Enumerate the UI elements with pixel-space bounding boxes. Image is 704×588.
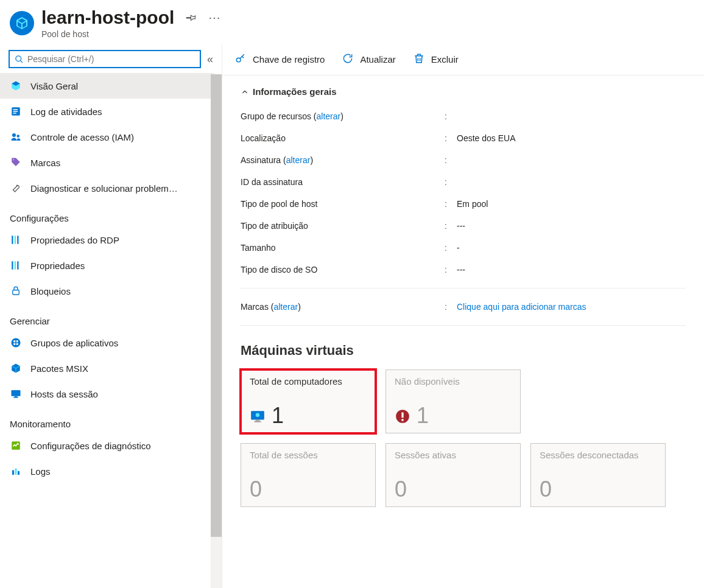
sidebar-item-rdp-properties[interactable]: Propriedades do RDP — [0, 227, 214, 253]
tile-label: Sessões ativas — [395, 450, 512, 460]
essentials-label: Tipo de pool de host — [241, 199, 445, 209]
error-icon — [395, 408, 409, 423]
tile-value: 0 — [395, 478, 407, 500]
tile-value: 0 — [540, 478, 552, 500]
svg-rect-16 — [13, 340, 15, 342]
search-icon — [15, 55, 24, 64]
svg-rect-17 — [16, 340, 18, 342]
tile-total-sessions[interactable]: Total de sessões 0 — [241, 443, 376, 507]
sidebar-item-label: Propriedades — [30, 261, 85, 271]
page-title: learn-host-pool — [41, 7, 174, 28]
page-header: learn-host-pool ⋯ Pool de host — [0, 0, 704, 44]
svg-point-31 — [256, 413, 260, 418]
svg-rect-9 — [15, 236, 16, 244]
sidebar-item-label: Bloqueios — [30, 286, 71, 296]
essentials-label: Marcas (alterar) — [241, 302, 445, 312]
sidebar: « Visão Geral Log de atividades — [0, 44, 222, 588]
svg-rect-19 — [16, 343, 18, 345]
svg-point-15 — [12, 338, 21, 348]
sidebar-item-label: Pacotes MSIX — [30, 363, 88, 374]
sidebar-item-label: Visão Geral — [30, 81, 78, 91]
svg-point-7 — [17, 135, 20, 138]
bars-icon — [10, 259, 22, 271]
essentials-label: Tamanho — [241, 243, 445, 253]
tile-value: 1 — [417, 405, 429, 427]
sidebar-item-session-hosts[interactable]: Hosts da sessão — [0, 381, 214, 407]
monitor-icon — [250, 408, 264, 423]
essentials-label: Grupo de recursos (alterar) — [241, 111, 445, 121]
svg-rect-4 — [13, 111, 18, 112]
registration-key-button[interactable]: Chave de registro — [234, 52, 325, 66]
pin-icon[interactable] — [185, 11, 197, 25]
sidebar-item-label: Propriedades do RDP — [30, 235, 119, 245]
tile-value: 0 — [250, 478, 262, 500]
svg-rect-5 — [13, 113, 16, 114]
sidebar-item-properties[interactable]: Propriedades — [0, 253, 214, 278]
svg-rect-8 — [12, 236, 13, 244]
svg-rect-14 — [13, 290, 19, 295]
sidebar-item-logs[interactable]: Logs — [0, 458, 214, 484]
sidebar-item-diagnostic-settings[interactable]: Configurações de diagnóstico — [0, 433, 214, 458]
tile-unavailable[interactable]: Não disponíveis 1 — [385, 369, 521, 433]
toolbar-label: Atualizar — [360, 54, 395, 65]
tile-label: Não disponíveis — [395, 376, 512, 387]
sidebar-item-tags[interactable]: Marcas — [0, 150, 214, 175]
sidebar-item-overview[interactable]: Visão Geral — [0, 73, 214, 99]
trash-icon — [413, 52, 425, 66]
tile-label: Sessões desconectadas — [540, 450, 656, 460]
essentials-title: Informações gerais — [253, 86, 337, 97]
change-link[interactable]: alterar — [286, 155, 311, 165]
toolbar-label: Excluir — [431, 54, 459, 65]
svg-rect-12 — [15, 261, 16, 270]
tag-icon — [10, 156, 22, 169]
svg-rect-13 — [17, 261, 18, 270]
essentials-value: - — [457, 243, 460, 253]
svg-point-0 — [16, 55, 21, 61]
sidebar-item-app-groups[interactable]: Grupos de aplicativos — [0, 330, 214, 355]
svg-point-6 — [12, 133, 16, 137]
change-link[interactable]: alterar — [317, 111, 341, 121]
grid-icon — [10, 337, 22, 349]
sidebar-item-activity-log[interactable]: Log de atividades — [0, 99, 214, 124]
main-content: Chave de registro Atualizar Excluir — [222, 44, 704, 588]
essentials-value: --- — [457, 221, 465, 231]
refresh-button[interactable]: Atualizar — [342, 52, 395, 66]
essentials-toggle[interactable]: Informações gerais — [241, 86, 686, 97]
sidebar-item-locks[interactable]: Bloqueios — [0, 278, 214, 304]
monitor-icon — [10, 388, 22, 400]
add-tags-link[interactable]: Clique aqui para adicionar marcas — [457, 302, 586, 312]
cube-icon — [10, 80, 22, 92]
scrollbar-thumb[interactable] — [211, 74, 222, 537]
hostpool-icon — [10, 11, 34, 35]
essentials-value: --- — [457, 265, 465, 275]
svg-rect-22 — [13, 397, 18, 398]
essentials-value: Em pool — [457, 199, 488, 209]
svg-rect-30 — [255, 421, 261, 422]
sidebar-item-label: Controle de acesso (IAM) — [30, 132, 134, 142]
change-link[interactable]: alterar — [273, 302, 298, 312]
more-icon[interactable]: ⋯ — [208, 10, 222, 25]
sidebar-item-label: Diagnosticar e solucionar problem… — [30, 183, 178, 194]
lock-icon — [10, 285, 22, 297]
sidebar-item-label: Hosts da sessão — [30, 389, 98, 399]
people-icon — [10, 131, 22, 143]
sidebar-scrollbar[interactable] — [211, 74, 222, 588]
tile-total-machines[interactable]: Total de computadores 1 — [241, 369, 376, 433]
search-box[interactable] — [9, 50, 201, 68]
toolbar-label: Chave de registro — [253, 54, 325, 65]
svg-line-1 — [20, 60, 23, 63]
collapse-sidebar-icon[interactable]: « — [207, 53, 213, 66]
delete-button[interactable]: Excluir — [413, 52, 459, 66]
sidebar-item-iam[interactable]: Controle de acesso (IAM) — [0, 124, 214, 150]
svg-rect-18 — [13, 343, 15, 345]
tile-disconnected-sessions[interactable]: Sessões desconectadas 0 — [530, 443, 666, 507]
tile-label: Total de computadores — [250, 376, 367, 387]
svg-rect-10 — [17, 236, 18, 244]
tile-active-sessions[interactable]: Sessões ativas 0 — [385, 443, 521, 507]
log-icon — [10, 105, 22, 117]
svg-point-27 — [236, 58, 241, 62]
sidebar-item-diagnose[interactable]: Diagnosticar e solucionar problem… — [0, 175, 214, 201]
sidebar-item-msix[interactable]: Pacotes MSIX — [0, 355, 214, 381]
search-input[interactable] — [27, 54, 195, 64]
toolbar: Chave de registro Atualizar Excluir — [222, 44, 704, 75]
